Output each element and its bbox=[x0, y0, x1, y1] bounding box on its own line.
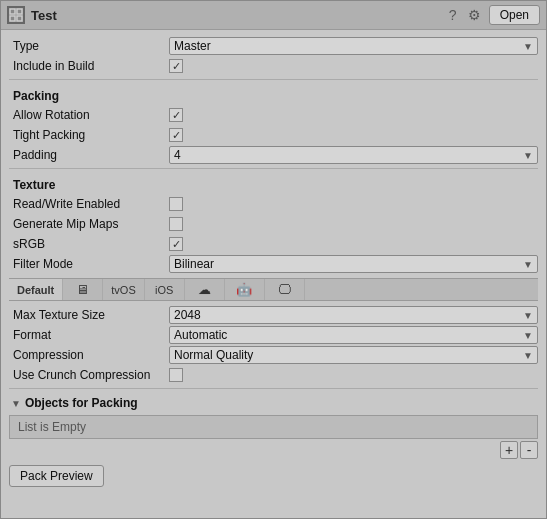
include-in-build-label: Include in Build bbox=[9, 59, 169, 73]
platform-tab-bar: Default 🖥 tvOS iOS ☁ 🤖 🖵 bbox=[9, 278, 538, 301]
help-icon[interactable]: ? bbox=[445, 7, 461, 23]
objects-section: ▼ Objects for Packing List is Empty + - bbox=[9, 393, 538, 459]
srgb-value bbox=[169, 237, 538, 251]
padding-row: Padding 4 ▼ bbox=[9, 145, 538, 165]
allow-rotation-row: Allow Rotation bbox=[9, 105, 538, 125]
tight-packing-value bbox=[169, 128, 538, 142]
remove-button[interactable]: - bbox=[520, 441, 538, 459]
window-title: Test bbox=[31, 8, 57, 23]
filter-mode-dropdown[interactable]: Bilinear ▼ bbox=[169, 255, 538, 273]
tab-other[interactable]: 🖵 bbox=[265, 279, 305, 300]
sep2 bbox=[9, 168, 538, 169]
add-button[interactable]: + bbox=[500, 441, 518, 459]
use-crunch-value bbox=[169, 368, 538, 382]
webgl-icon: ☁ bbox=[198, 282, 211, 297]
type-dropdown-arrow: ▼ bbox=[523, 41, 533, 52]
compression-dropdown[interactable]: Normal Quality ▼ bbox=[169, 346, 538, 364]
title-bar-right: ? ⚙ Open bbox=[445, 5, 540, 25]
title-bar-left: Test bbox=[7, 6, 57, 24]
packing-header: Packing bbox=[9, 83, 538, 105]
open-button[interactable]: Open bbox=[489, 5, 540, 25]
filter-mode-value: Bilinear ▼ bbox=[169, 255, 538, 273]
tight-packing-row: Tight Packing bbox=[9, 125, 538, 145]
include-in-build-value bbox=[169, 59, 538, 73]
compression-row: Compression Normal Quality ▼ bbox=[9, 345, 538, 365]
srgb-label: sRGB bbox=[9, 237, 169, 251]
format-dropdown-arrow: ▼ bbox=[523, 330, 533, 341]
allow-rotation-label: Allow Rotation bbox=[9, 108, 169, 122]
svg-rect-3 bbox=[17, 16, 22, 21]
padding-dropdown-arrow: ▼ bbox=[523, 150, 533, 161]
padding-label: Padding bbox=[9, 148, 169, 162]
objects-label: Objects for Packing bbox=[25, 396, 138, 410]
desktop-icon: 🖥 bbox=[76, 282, 89, 297]
list-empty-text: List is Empty bbox=[18, 420, 86, 434]
settings-icon[interactable]: ⚙ bbox=[467, 7, 483, 23]
allow-rotation-checkbox[interactable] bbox=[169, 108, 183, 122]
sep1 bbox=[9, 79, 538, 80]
svg-rect-0 bbox=[10, 9, 15, 14]
generate-mip-maps-row: Generate Mip Maps bbox=[9, 214, 538, 234]
tab-default[interactable]: Default bbox=[9, 279, 63, 300]
list-empty-box: List is Empty bbox=[9, 415, 538, 439]
format-dropdown[interactable]: Automatic ▼ bbox=[169, 326, 538, 344]
tab-android[interactable]: 🤖 bbox=[225, 279, 265, 300]
atlas-icon bbox=[7, 6, 25, 24]
objects-header[interactable]: ▼ Objects for Packing bbox=[9, 393, 538, 413]
include-in-build-row: Include in Build bbox=[9, 56, 538, 76]
srgb-row: sRGB bbox=[9, 234, 538, 254]
max-texture-dropdown-arrow: ▼ bbox=[523, 310, 533, 321]
filter-mode-dropdown-arrow: ▼ bbox=[523, 259, 533, 270]
triangle-icon: ▼ bbox=[11, 398, 21, 409]
read-write-checkbox[interactable] bbox=[169, 197, 183, 211]
add-remove-row: + - bbox=[9, 441, 538, 459]
format-label: Format bbox=[9, 328, 169, 342]
use-crunch-checkbox[interactable] bbox=[169, 368, 183, 382]
texture-header: Texture bbox=[9, 172, 538, 194]
content-area: Type Master ▼ Include in Build Packing A… bbox=[1, 30, 546, 518]
max-texture-size-dropdown[interactable]: 2048 ▼ bbox=[169, 306, 538, 324]
svg-rect-1 bbox=[17, 9, 22, 14]
read-write-label: Read/Write Enabled bbox=[9, 197, 169, 211]
padding-value: 4 ▼ bbox=[169, 146, 538, 164]
generate-mip-maps-label: Generate Mip Maps bbox=[9, 217, 169, 231]
type-row: Type Master ▼ bbox=[9, 36, 538, 56]
type-dropdown[interactable]: Master ▼ bbox=[169, 37, 538, 55]
tight-packing-label: Tight Packing bbox=[9, 128, 169, 142]
compression-value: Normal Quality ▼ bbox=[169, 346, 538, 364]
generate-mip-maps-value bbox=[169, 217, 538, 231]
compression-dropdown-arrow: ▼ bbox=[523, 350, 533, 361]
include-in-build-checkbox[interactable] bbox=[169, 59, 183, 73]
type-label: Type bbox=[9, 39, 169, 53]
main-window: Test ? ⚙ Open Type Master ▼ Include in B… bbox=[0, 0, 547, 519]
tab-ios[interactable]: iOS bbox=[145, 279, 185, 300]
max-texture-size-label: Max Texture Size bbox=[9, 308, 169, 322]
other-icon: 🖵 bbox=[278, 282, 291, 297]
type-value: Master ▼ bbox=[169, 37, 538, 55]
padding-dropdown[interactable]: 4 ▼ bbox=[169, 146, 538, 164]
read-write-row: Read/Write Enabled bbox=[9, 194, 538, 214]
max-texture-size-row: Max Texture Size 2048 ▼ bbox=[9, 305, 538, 325]
sep3 bbox=[9, 388, 538, 389]
allow-rotation-value bbox=[169, 108, 538, 122]
format-row: Format Automatic ▼ bbox=[9, 325, 538, 345]
tab-tvos[interactable]: tvOS bbox=[103, 279, 144, 300]
srgb-checkbox[interactable] bbox=[169, 237, 183, 251]
title-bar: Test ? ⚙ Open bbox=[1, 1, 546, 30]
read-write-value bbox=[169, 197, 538, 211]
max-texture-size-value: 2048 ▼ bbox=[169, 306, 538, 324]
compression-label: Compression bbox=[9, 348, 169, 362]
generate-mip-maps-checkbox[interactable] bbox=[169, 217, 183, 231]
format-value: Automatic ▼ bbox=[169, 326, 538, 344]
use-crunch-label: Use Crunch Compression bbox=[9, 368, 169, 382]
svg-rect-2 bbox=[10, 16, 15, 21]
tab-desktop[interactable]: 🖥 bbox=[63, 279, 103, 300]
tab-webgl[interactable]: ☁ bbox=[185, 279, 225, 300]
filter-mode-row: Filter Mode Bilinear ▼ bbox=[9, 254, 538, 274]
use-crunch-row: Use Crunch Compression bbox=[9, 365, 538, 385]
pack-preview-button[interactable]: Pack Preview bbox=[9, 465, 104, 487]
tight-packing-checkbox[interactable] bbox=[169, 128, 183, 142]
filter-mode-label: Filter Mode bbox=[9, 257, 169, 271]
android-icon: 🤖 bbox=[236, 282, 252, 297]
